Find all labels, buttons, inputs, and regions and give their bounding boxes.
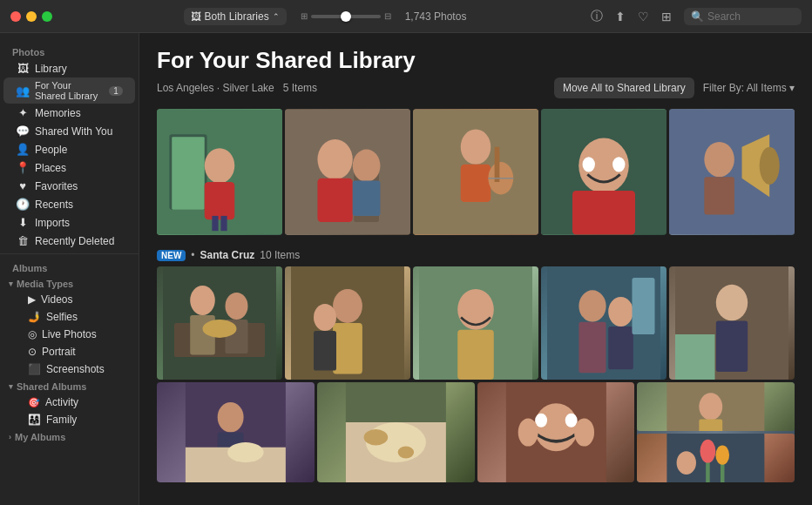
favorites-icon: ♥	[16, 179, 30, 192]
item-count: 10 Items	[260, 249, 300, 261]
header-actions: Move All to Shared Library Filter By: Al…	[554, 77, 795, 98]
grid-small-icon: ⊞	[301, 11, 308, 21]
photo-cell[interactable]	[317, 382, 475, 482]
activity-icon: 🎯	[28, 397, 40, 408]
photo-cell[interactable]	[669, 266, 795, 380]
search-input[interactable]	[707, 10, 795, 23]
sidebar-item-label: Family	[46, 414, 77, 426]
sidebar-item-memories[interactable]: ✦ Memories	[3, 104, 135, 122]
recents-icon: 🕐	[16, 198, 30, 211]
sidebar-item-activity[interactable]: 🎯 Activity	[3, 394, 135, 411]
santa-cruz-grid-row2	[157, 382, 795, 482]
shared-icon: 💬	[16, 125, 30, 138]
live-photos-icon: ◎	[28, 328, 37, 340]
sidebar-item-screenshots[interactable]: ⬛ Screenshots	[3, 360, 135, 378]
minimize-button[interactable]	[26, 11, 37, 22]
sidebar: Photos 🖼 Library 👥 For Your Shared Libra…	[0, 33, 139, 505]
sidebar-item-selfies[interactable]: 🤳 Selfies	[3, 308, 135, 326]
main-layout: Photos 🖼 Library 👥 For Your Shared Libra…	[0, 33, 812, 505]
share-icon[interactable]: ⬆	[615, 10, 626, 24]
fullscreen-button[interactable]	[42, 11, 52, 22]
sidebar-item-label: Recently Deleted	[35, 235, 114, 247]
chevron-down-icon: ▾	[9, 279, 13, 288]
sidebar-item-recently-deleted[interactable]: 🗑 Recently Deleted	[3, 232, 135, 250]
svg-rect-45	[579, 322, 606, 374]
sidebar-item-videos[interactable]: ▶ Videos	[3, 291, 135, 308]
shared-albums-group[interactable]: ▾ Shared Albums	[0, 378, 139, 394]
svg-rect-17	[495, 147, 500, 182]
titlebar: 🖼 Both Libraries ⌃ ⊞ ⊟ 1,743 Photos ⓘ ⬆ …	[0, 0, 812, 33]
photo-cell[interactable]	[477, 382, 635, 482]
photo-cell[interactable]	[157, 109, 282, 235]
photo-cell[interactable]	[157, 382, 315, 482]
svg-point-3	[205, 148, 235, 183]
svg-point-27	[760, 147, 780, 185]
svg-point-68	[574, 418, 594, 446]
imports-icon: ⬇	[16, 216, 30, 229]
sidebar-item-label: People	[35, 144, 67, 156]
portrait-icon: ⊙	[28, 346, 37, 358]
sidebar-item-label: For Your Shared Library	[35, 80, 104, 101]
page-title: For Your Shared Library	[157, 47, 795, 74]
photo-cell[interactable]	[413, 266, 538, 380]
sidebar-item-favorites[interactable]: ♥ Favorites	[3, 177, 135, 195]
sidebar-item-people[interactable]: 👤 People	[3, 140, 135, 158]
sidebar-item-label: Live Photos	[42, 328, 97, 340]
content-area: For Your Shared Library Los Angeles · Si…	[139, 33, 812, 505]
svg-point-14	[461, 130, 491, 165]
svg-rect-2	[172, 137, 204, 210]
filter-selector[interactable]: Filter By: All Items ▾	[703, 82, 795, 94]
photo-cell[interactable]	[669, 109, 795, 235]
svg-rect-42	[457, 330, 494, 380]
titlebar-center: 🖼 Both Libraries ⌃ ⊞ ⊟ 1,743 Photos	[66, 8, 584, 25]
memories-icon: ✦	[16, 106, 30, 119]
photo-cell[interactable]	[413, 109, 538, 235]
svg-point-50	[716, 285, 748, 321]
add-to-album-icon[interactable]: ⊞	[661, 10, 672, 24]
sidebar-item-family[interactable]: 👨‍👩‍👧 Family	[3, 411, 135, 428]
new-badge: NEW	[157, 250, 186, 261]
item-count: 5 Items	[283, 82, 317, 94]
places-icon: 📍	[16, 161, 30, 174]
library-picker[interactable]: 🖼 Both Libraries ⌃	[184, 8, 287, 25]
photo-cell[interactable]	[157, 266, 282, 380]
svg-rect-39	[314, 331, 336, 371]
sidebar-item-imports[interactable]: ⬇ Imports	[3, 213, 135, 232]
svg-rect-9	[317, 178, 352, 222]
library-icon: 🖼	[16, 62, 30, 75]
photo-cell[interactable]	[541, 266, 667, 380]
sidebar-item-library[interactable]: 🖼 Library	[3, 59, 135, 77]
my-albums-group[interactable]: › My Albums	[0, 428, 139, 444]
sidebar-item-shared-with-you[interactable]: 💬 Shared With You	[3, 122, 135, 140]
svg-rect-5	[212, 216, 218, 231]
chevron-right-icon: ›	[9, 433, 11, 441]
library-icon: 🖼	[191, 10, 201, 23]
svg-point-44	[579, 290, 606, 321]
photo-cell[interactable]	[637, 382, 795, 431]
photo-cell[interactable]	[541, 109, 667, 235]
svg-point-76	[716, 445, 730, 464]
sidebar-item-for-your-shared-library[interactable]: 👥 For Your Shared Library 1	[3, 77, 135, 104]
close-button[interactable]	[10, 11, 21, 22]
grid-large-icon: ⊟	[384, 11, 391, 21]
sidebar-item-recents[interactable]: 🕐 Recents	[3, 195, 135, 213]
photo-cell[interactable]	[637, 434, 795, 482]
move-all-button[interactable]: Move All to Shared Library	[554, 77, 694, 98]
sidebar-item-portrait[interactable]: ⊙ Portrait	[3, 343, 135, 360]
thumbnail-size-slider[interactable]	[311, 15, 381, 18]
svg-point-75	[700, 440, 716, 463]
photo-cell[interactable]	[285, 266, 410, 380]
info-icon[interactable]: ⓘ	[591, 9, 603, 24]
los-angeles-section	[157, 109, 795, 235]
heart-icon[interactable]: ♡	[638, 10, 649, 24]
media-types-group[interactable]: ▾ Media Types	[0, 275, 139, 291]
sidebar-item-live-photos[interactable]: ◎ Live Photos	[3, 326, 135, 343]
search-bar[interactable]: 🔍	[684, 8, 802, 25]
sidebar-item-places[interactable]: 📍 Places	[3, 158, 135, 177]
photo-cell[interactable]	[637, 382, 795, 482]
photo-cell[interactable]	[285, 109, 410, 235]
svg-rect-48	[633, 278, 655, 334]
svg-rect-12	[353, 181, 381, 216]
svg-point-25	[704, 142, 734, 177]
screenshots-icon: ⬛	[28, 363, 41, 375]
